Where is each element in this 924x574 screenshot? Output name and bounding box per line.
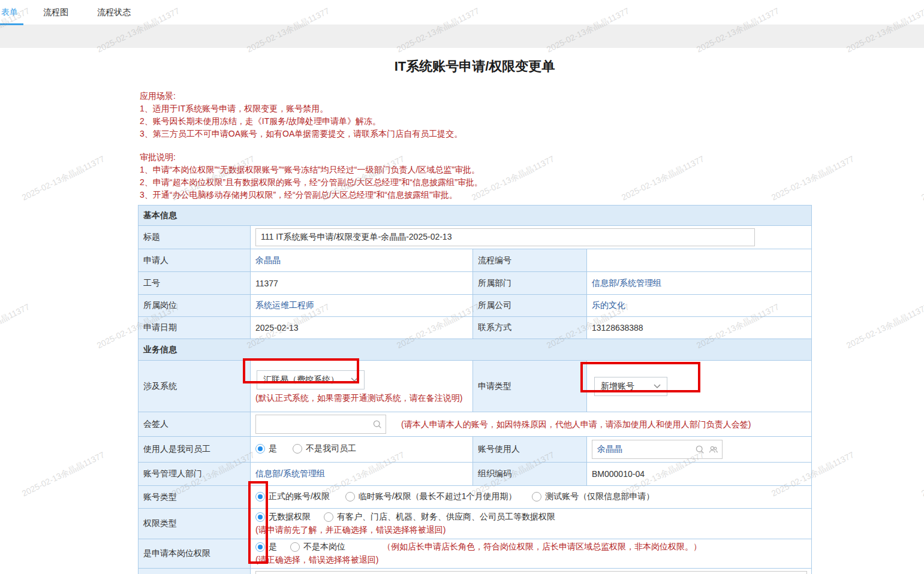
field-label-date: 申请日期 <box>139 317 251 339</box>
field-label-position: 所属岗位 <box>139 295 251 317</box>
form-paper: IT系统账号申请/权限变更单 应用场景: 1、适用于IT系统账号申请，权限变更，… <box>138 48 811 574</box>
radio-selected-icon[interactable] <box>255 512 265 522</box>
scenario-heading: 应用场景: <box>140 90 811 102</box>
scenario-line: 2、账号因长期未使用冻结，走《IT服务/故障处理申请单》解冻。 <box>140 115 811 128</box>
tab-form[interactable]: 表单 <box>1 7 18 18</box>
table-row: 所属岗位 系统运维工程师 所属公司 乐的文化 <box>139 295 812 317</box>
field-label-manager-dept: 账号管理人部门 <box>139 463 251 486</box>
scenario-block: 应用场景: 1、适用于IT系统账号申请，权限变更，账号禁用。 2、账号因长期未使… <box>140 90 811 140</box>
radio-icon[interactable] <box>293 444 302 454</box>
field-label-post-perm: 是申请本岗位权限 <box>139 539 251 569</box>
flow-no-value <box>587 249 812 272</box>
contact-value: 13128638388 <box>587 317 812 339</box>
tab-flow-status[interactable]: 流程状态 <box>97 7 131 18</box>
table-row: 账号管理人部门 信息部/系统管理组 组织编码 BM000010-04 <box>139 463 812 486</box>
table-row: 标题 <box>139 226 812 249</box>
section-basic-info: 基本信息 <box>139 206 812 226</box>
chevron-down-icon <box>351 377 358 382</box>
title-input[interactable] <box>255 228 755 246</box>
manager-dept-link[interactable]: 信息部/系统管理组 <box>255 469 325 478</box>
field-label-applicant: 申请人 <box>139 249 251 272</box>
watermark-text: 2025-02-13余晶晶11377 <box>20 450 107 500</box>
watermark-text: 2025-02-13余晶晶11377 <box>920 154 924 204</box>
system-select-value: 汇联易（费控系统） <box>263 374 339 385</box>
emp-no-value: 11377 <box>251 272 473 295</box>
table-row: 会签人 (请本人申请本人的账号，如因特殊原因，代他人申请，请添加使用人和使用人部… <box>139 412 812 437</box>
active-tab-underline <box>0 23 23 25</box>
watermark-text: 2025-02-13余晶晶11377 <box>20 154 107 204</box>
radio-perm-type-data[interactable]: 有客户、门店、机器、财务、供应商、公司员工等数据权限 <box>324 512 555 522</box>
field-label-company: 所属公司 <box>473 295 587 317</box>
field-label-contact: 联系方式 <box>473 317 587 339</box>
radio-icon[interactable] <box>345 492 355 502</box>
table-row <box>139 569 812 574</box>
watermark-text: 2025-02-13余晶晶11377 <box>845 302 924 352</box>
tab-bar: 表单 流程图 流程状态 <box>0 0 924 25</box>
account-user-value: 余晶晶 <box>597 444 622 455</box>
system-select[interactable]: 汇联易（费控系统） <box>257 370 365 389</box>
date-value: 2025-02-13 <box>251 317 473 339</box>
radio-post-perm-no[interactable]: 不是本岗位 <box>290 542 345 552</box>
system-note: (默认正式系统，如果需要开通测试系统，请在备注说明) <box>255 392 466 404</box>
field-label-system: 涉及系统 <box>139 361 251 412</box>
radio-selected-icon[interactable] <box>255 542 265 552</box>
post-perm-inline-note: （例如店长申请店长角色，符合岗位权限，店长申请区域总监权限，非本岗位权限。） <box>383 542 702 552</box>
section-business-info: 业务信息 <box>139 339 812 361</box>
applicant-link[interactable]: 余晶晶 <box>255 255 281 265</box>
countersign-input[interactable] <box>255 415 386 434</box>
select-user-icon[interactable] <box>708 445 718 455</box>
watermark-text: 2025-02-13余晶晶11377 <box>0 302 32 352</box>
radio-selected-icon[interactable] <box>255 492 265 502</box>
dept-link[interactable]: 信息部/系统管理组 <box>592 278 661 288</box>
field-label-account-type: 账号类型 <box>139 486 251 509</box>
post-perm-note: (请正确选择，错误选择将被退回) <box>255 554 378 566</box>
radio-icon[interactable] <box>290 542 300 552</box>
approval-line: 1、申请“本岗位权限”“无数据权限账号”“账号冻结”均只经过“一级部门负责人/区… <box>140 164 811 176</box>
radio-account-type-official[interactable]: 正式的账号/权限 <box>255 491 330 502</box>
radio-account-type-temp[interactable]: 临时账号/权限（最长不超过1个月使用期） <box>345 491 517 502</box>
scenario-line: 3、第三方员工不可申请OA账号，如有OA单据需要提交，请联系本门店自有员工提交。 <box>140 128 811 140</box>
table-row: 使用人是我司员工 是 不是我司员工 账号使用人 余晶晶 <box>139 437 812 463</box>
table-row: 工号 11377 所属部门 信息部/系统管理组 <box>139 272 812 295</box>
radio-post-perm-yes[interactable]: 是 <box>255 542 277 552</box>
field-label-account-user: 账号使用人 <box>473 437 587 463</box>
approval-block: 审批说明: 1、申请“本岗位权限”“无数据权限账号”“账号冻结”均只经过“一级部… <box>140 151 811 201</box>
page-title: IT系统账号申请/权限变更单 <box>138 58 811 75</box>
field-label-countersign: 会签人 <box>139 412 251 437</box>
radio-selected-icon[interactable] <box>255 444 265 454</box>
radio-is-employee-yes[interactable]: 是 <box>255 443 277 454</box>
org-code-value: BM000010-04 <box>587 463 812 486</box>
radio-is-employee-no[interactable]: 不是我司员工 <box>293 443 356 454</box>
company-link[interactable]: 乐的文化 <box>592 300 625 310</box>
field-label-is-employee: 使用人是我司员工 <box>139 437 251 463</box>
field-label-apply-type: 申请类型 <box>473 361 587 412</box>
page: 表单 流程图 流程状态 2025-02-13余晶晶113772025-02-13… <box>0 0 924 574</box>
approval-line: 3、开通“办公电脑移动存储拷贝权限”，经“分管副总/大区总经理”和“信息披露组”… <box>140 189 811 201</box>
tab-flowchart[interactable]: 流程图 <box>43 7 68 18</box>
scenario-line: 1、适用于IT系统账号申请，权限变更，账号禁用。 <box>140 102 811 115</box>
apply-type-select-value: 新增账号 <box>601 381 634 392</box>
account-user-input[interactable]: 余晶晶 <box>592 440 723 459</box>
search-icon[interactable] <box>372 419 382 429</box>
position-link[interactable]: 系统运维工程师 <box>255 300 314 310</box>
apply-type-select[interactable]: 新增账号 <box>594 377 667 396</box>
field-label-org-code: 组织编码 <box>473 463 587 486</box>
approval-line: 2、申请“超本岗位权限”且有数据权限的账号，经“分管副总/大区总经理”和“信息披… <box>140 176 811 189</box>
field-label-perm-type: 权限类型 <box>139 509 251 539</box>
radio-icon[interactable] <box>324 512 333 522</box>
approval-heading: 审批说明: <box>140 151 811 164</box>
application-form-table: 基本信息 标题 申请人 余晶晶 流程编号 工号 11377 所属部门 信息部/系… <box>138 205 812 574</box>
radio-icon[interactable] <box>532 492 541 502</box>
perm-type-note: (请申请前先了解，并正确选择，错误选择将被退回) <box>255 524 446 536</box>
table-row: 是申请本岗位权限 是 不是本岗位 （例如店长申请店长角色，符合岗位权限，店长申请… <box>139 539 812 569</box>
table-row: 涉及系统 汇联易（费控系统） (默认正式系统，如果需要开通测试系统，请在备注说明… <box>139 361 812 412</box>
radio-perm-type-none[interactable]: 无数据权限 <box>255 512 311 522</box>
gray-band <box>0 25 924 48</box>
chevron-down-icon <box>654 384 661 389</box>
remark-input[interactable] <box>255 571 807 574</box>
table-row: 权限类型 无数据权限 有客户、门店、机器、财务、供应商、公司员工等数据权限 <box>139 509 812 539</box>
table-row: 申请日期 2025-02-13 联系方式 13128638388 <box>139 317 812 339</box>
radio-account-type-test[interactable]: 测试账号（仅限信息部申请） <box>532 491 654 502</box>
search-icon[interactable] <box>695 445 705 454</box>
field-label-remark <box>139 569 251 574</box>
